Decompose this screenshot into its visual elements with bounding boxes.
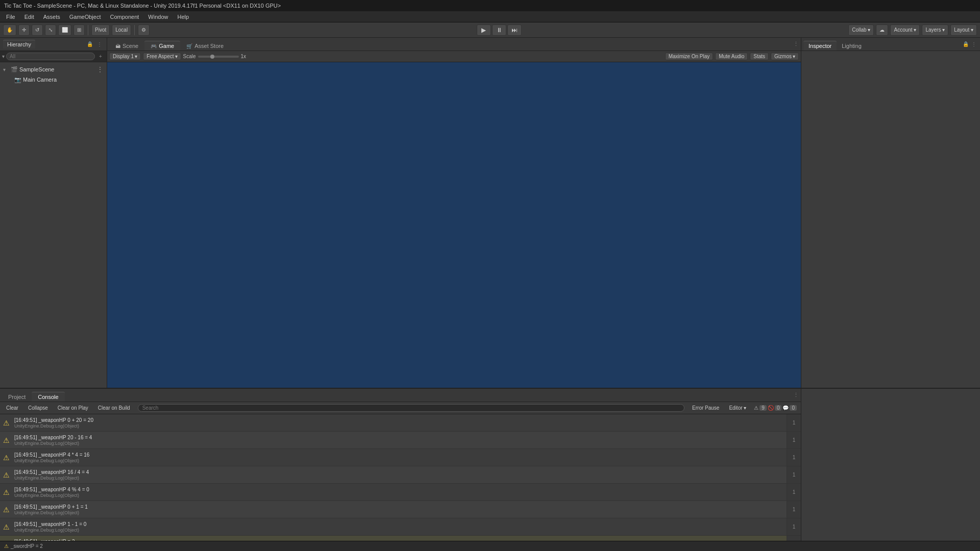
bottom-tabs: Project Console ⋮ [0,389,801,402]
menu-window[interactable]: Window [144,13,172,21]
aspect-label: Free Aspect [146,54,174,59]
message-count: 💬 0 [782,405,797,411]
log-count: 1 [787,449,801,466]
editor-dropdown[interactable]: Editor ▾ [725,405,750,411]
gizmos-button[interactable]: Gizmos ▾ [771,53,799,60]
log-warning-icon: ⚠ [0,466,12,483]
samplescene-more-button[interactable]: ⋮ [96,65,104,73]
move-tool-button[interactable]: ✛ [18,24,30,36]
collab-button[interactable]: Collab ▾ [848,24,874,36]
menu-edit[interactable]: Edit [20,13,38,21]
hierarchy-add-button[interactable]: + [96,53,105,61]
warning-count: ⚠ 9 [754,405,767,411]
aspect-arrow: ▾ [175,54,178,59]
scene-icon: 🎬 [11,66,18,73]
game-tab[interactable]: 🎮 Game [144,41,180,51]
stats-label: Stats [753,54,765,59]
hierarchy-search-input[interactable] [6,53,95,60]
log-source: UnityEngine.Debug:Log(Object) [14,510,785,515]
log-message: [16:49:51] _weaponHP 0 + 20 = 20 [14,417,785,423]
project-tab-label: Project [8,394,26,400]
clear-button[interactable]: Clear [2,405,22,411]
log-content: [16:49:51] _weaponHP 20 - 16 = 4UnityEng… [12,432,787,448]
scene-tab[interactable]: 🏔 Scene [109,41,144,51]
menu-assets[interactable]: Assets [39,13,64,21]
log-source: UnityEngine.Debug:Log(Object) [14,475,785,481]
log-entry[interactable]: ⚠[16:49:51] _weaponHP 0 + 20 = 20UnityEn… [0,414,801,432]
log-warning-icon: ⚠ [0,501,12,518]
tree-item-samplescene[interactable]: ▾ 🎬 SampleScene ⋮ [0,64,107,74]
log-warning-icon: ⚠ [0,449,12,466]
menu-component[interactable]: Component [106,13,143,21]
log-entry[interactable]: ⚠[16:49:51] _weaponHP 4 % 4 = 0UnityEngi… [0,484,801,501]
log-entry[interactable]: ⚠[16:49:51] _weaponHP 16 / 4 = 4UnityEng… [0,466,801,484]
warning-count-badge: 9 [760,405,767,411]
maximize-on-play-button[interactable]: Maximize On Play [665,53,714,60]
menu-file[interactable]: File [2,13,19,21]
layout-button[interactable]: Layout ▾ [950,24,977,36]
snap-button[interactable]: ⚙ [138,24,150,36]
transform-tool-button[interactable]: ⊞ [74,24,85,36]
account-button[interactable]: Account ▾ [890,24,920,36]
play-controls: ▶ ⏸ ⏭ [477,24,522,36]
play-button[interactable]: ▶ [477,24,491,36]
error-pause-button[interactable]: Error Pause [688,405,723,411]
step-button[interactable]: ⏭ [507,24,522,36]
hand-tool-button[interactable]: ✋ [3,24,16,36]
log-message: [16:49:51] _weaponHP 20 - 16 = 4 [14,434,785,441]
pause-button[interactable]: ⏸ [492,24,506,36]
gizmos-label: Gizmos [774,54,792,59]
scene-tab-icon: 🏔 [115,43,120,49]
clear-on-play-button[interactable]: Clear on Play [54,405,92,411]
console-count-group: ⚠ 9 🚫 0 💬 0 [752,405,799,411]
log-warning-icon: ⚠ [0,484,12,500]
mute-audio-button[interactable]: Mute Audio [715,53,748,60]
status-bar: ⚠ _swordHP = 2 [0,541,980,551]
menu-gameobject[interactable]: GameObject [65,13,105,21]
warning-icon: ⚠ [754,405,758,411]
asset-store-tab[interactable]: 🛒 Asset Store [180,41,230,51]
bottom-area: Project Console ⋮ Clear Collapse Clear o… [0,388,980,551]
rect-tool-button[interactable]: ⬜ [58,24,71,36]
lighting-tab[interactable]: Lighting [837,41,867,51]
log-entry[interactable]: ⚠[16:49:51] _weaponHP 20 - 16 = 4UnityEn… [0,432,801,449]
clear-on-build-button[interactable]: Clear on Build [94,405,134,411]
console-tab[interactable]: Console [32,392,64,402]
cloud-button[interactable]: ☁ [876,24,888,36]
scale-value: 1x [241,54,247,59]
stats-button[interactable]: Stats [750,53,769,60]
inspector-more-button[interactable]: ⋮ [970,40,978,48]
log-entry[interactable]: ⚠[16:49:51] _weaponHP 1 - 1 = 0UnityEngi… [0,518,801,536]
menu-help[interactable]: Help [173,13,193,21]
scene-tab-label: Scene [122,43,138,49]
project-tab[interactable]: Project [2,392,32,402]
rotate-tool-button[interactable]: ↺ [32,24,43,36]
scale-slider[interactable] [198,56,239,58]
aspect-dropdown[interactable]: Free Aspect ▾ [143,53,181,60]
hierarchy-tab[interactable]: Hierarchy [3,40,35,48]
log-message: [16:49:51] _weaponHP 4 * 4 = 16 [14,452,785,458]
inspector-tab[interactable]: Inspector [803,41,837,51]
mute-audio-label: Mute Audio [719,54,744,59]
log-entry[interactable]: ⚠[16:49:51] _weaponHP 4 * 4 = 16UnityEng… [0,449,801,466]
view-tabs-more-button[interactable]: ⋮ [793,41,799,47]
pivot-button[interactable]: Pivot [91,24,110,36]
layout-label: Layout ▾ [954,27,973,33]
hierarchy-more-button[interactable]: ⋮ [95,40,104,48]
log-entry[interactable]: ⚠[16:49:51] _weaponHP 0 + 1 = 1UnityEngi… [0,501,801,518]
tree-item-maincamera[interactable]: 📷 Main Camera [0,74,107,85]
collapse-button[interactable]: Collapse [24,405,52,411]
bottom-tabs-more-button[interactable]: ⋮ [793,392,799,398]
local-button[interactable]: Local [112,24,131,36]
layers-button[interactable]: Layers ▾ [922,24,948,36]
assetstore-tab-icon: 🛒 [186,43,192,49]
error-count-badge: 0 [775,405,782,411]
main-layout: Hierarchy 🔒 ⋮ ▾ + ▾ 🎬 SampleScene ⋮ [0,38,980,551]
display-dropdown[interactable]: Display 1 ▾ [109,53,141,60]
console-search-input[interactable] [138,404,684,412]
log-count: 1 [787,484,801,500]
log-count: 1 [787,466,801,483]
inspector-lock-button[interactable]: 🔒 [962,40,970,48]
hierarchy-lock-button[interactable]: 🔒 [86,40,94,48]
scale-tool-button[interactable]: ⤡ [45,24,56,36]
